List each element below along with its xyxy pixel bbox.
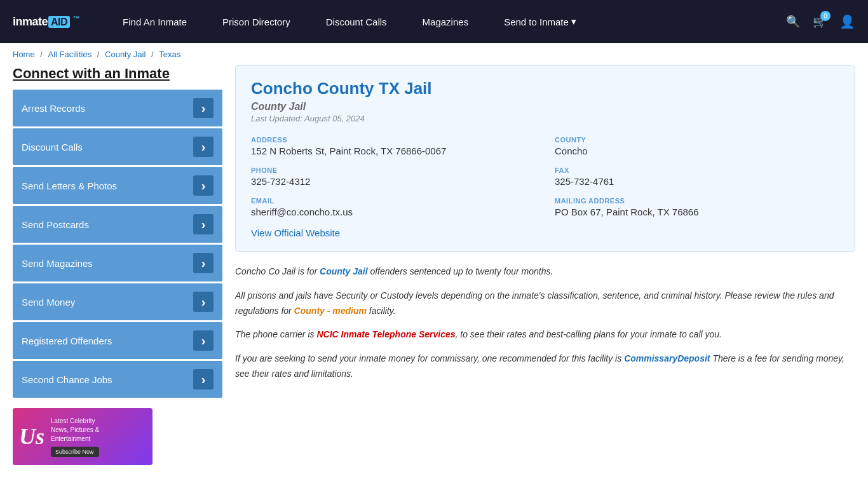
- sidebar-item-second-chance-jobs[interactable]: Second Chance Jobs ›: [13, 361, 222, 398]
- desc-para-1: Concho Co Jail is for County Jail offend…: [235, 264, 855, 280]
- arrow-icon: ›: [193, 175, 214, 196]
- arrow-icon: ›: [193, 292, 214, 312]
- arrow-icon: ›: [193, 214, 214, 234]
- desc-para-2: All prisons and jails have Security or C…: [235, 288, 855, 319]
- ad-description: Latest CelebrityNews, Pictures &Entertai…: [51, 417, 99, 444]
- facility-name: Concho County TX Jail: [251, 79, 839, 98]
- cart-button[interactable]: 🛒 0: [813, 15, 827, 29]
- email-label: EMAIL: [251, 197, 536, 205]
- breadcrumb-home[interactable]: Home: [13, 50, 35, 59]
- phone-value: 325-732-4312: [251, 176, 536, 187]
- county-value: Concho: [555, 146, 839, 156]
- sidebar-item-registered-offenders[interactable]: Registered Offenders ›: [13, 322, 222, 359]
- search-button[interactable]: 🔍: [786, 15, 800, 29]
- facility-card: Concho County TX Jail County Jail Last U…: [235, 65, 855, 252]
- main-layout: Connect with an Inmate Arrest Records › …: [0, 65, 868, 478]
- phone-block: PHONE 325-732-4312: [251, 166, 536, 187]
- breadcrumb: Home / All Facilities / County Jail / Te…: [0, 43, 868, 65]
- sidebar-item-label: Discount Calls: [22, 142, 83, 152]
- cart-badge: 0: [820, 11, 831, 21]
- sidebar-item-send-magazines[interactable]: Send Magazines ›: [13, 245, 222, 281]
- view-website-link[interactable]: View Official Website: [251, 227, 340, 238]
- navbar: inmateAID ™ Find An Inmate Prison Direct…: [0, 0, 868, 43]
- desc-para-3-post: , to see their rates and best-calling pl…: [456, 329, 722, 339]
- nav-find-inmate[interactable]: Find An Inmate: [105, 0, 205, 43]
- ad-logo: Us: [19, 425, 44, 448]
- mailing-block: MAILING ADDRESS PO Box 67, Paint Rock, T…: [555, 197, 839, 217]
- nav-discount-calls[interactable]: Discount Calls: [308, 0, 405, 43]
- sidebar: Connect with an Inmate Arrest Records › …: [13, 65, 222, 465]
- sidebar-title: Connect with an Inmate: [13, 65, 222, 82]
- sidebar-item-label: Send Letters & Photos: [22, 180, 117, 191]
- breadcrumb-all-facilities[interactable]: All Facilities: [48, 50, 92, 59]
- arrow-icon: ›: [193, 253, 214, 273]
- ad-text-block: Latest CelebrityNews, Pictures &Entertai…: [51, 417, 99, 457]
- email-block: EMAIL sheriff@co.concho.tx.us: [251, 197, 536, 217]
- desc-para-1-pre: Concho Co Jail is for: [235, 266, 320, 276]
- mailing-label: MAILING ADDRESS: [555, 197, 839, 205]
- nav-send-to-inmate[interactable]: Send to Inmate ▾: [486, 0, 594, 43]
- desc-para-1-post: offenders sentenced up to twenty four mo…: [368, 266, 553, 276]
- ncic-link[interactable]: NCIC Inmate Telephone Services: [316, 329, 455, 339]
- breadcrumb-county-jail[interactable]: County Jail: [105, 50, 146, 59]
- facility-grid: ADDRESS 152 N Roberts St, Paint Rock, TX…: [251, 136, 839, 217]
- fax-label: FAX: [555, 166, 839, 174]
- description: Concho Co Jail is for County Jail offend…: [235, 264, 855, 382]
- desc-para-3: The phone carrier is NCIC Inmate Telepho…: [235, 327, 855, 342]
- desc-para-3-pre: The phone carrier is: [235, 329, 316, 339]
- facility-last-updated: Last Updated: August 05, 2024: [251, 114, 839, 123]
- sidebar-item-label: Arrest Records: [22, 103, 85, 114]
- sidebar-menu: Arrest Records › Discount Calls › Send L…: [13, 90, 222, 398]
- sidebar-item-arrest-records[interactable]: Arrest Records ›: [13, 90, 222, 126]
- arrow-icon: ›: [193, 98, 214, 118]
- address-block: ADDRESS 152 N Roberts St, Paint Rock, TX…: [251, 136, 536, 156]
- sidebar-item-send-money[interactable]: Send Money ›: [13, 283, 222, 320]
- commissary-link[interactable]: CommissaryDeposit: [624, 353, 710, 363]
- arrow-icon: ›: [193, 330, 214, 351]
- phone-label: PHONE: [251, 166, 536, 174]
- nav-magazines[interactable]: Magazines: [405, 0, 487, 43]
- facility-type: County Jail: [251, 101, 839, 112]
- ad-subscribe-button[interactable]: Subscribe Now: [51, 447, 99, 457]
- sidebar-item-send-postcards[interactable]: Send Postcards ›: [13, 206, 222, 243]
- sidebar-item-label: Registered Offenders: [22, 336, 112, 346]
- breadcrumb-state[interactable]: Texas: [159, 50, 180, 59]
- sidebar-item-discount-calls[interactable]: Discount Calls ›: [13, 128, 222, 165]
- address-value: 152 N Roberts St, Paint Rock, TX 76866-0…: [251, 146, 536, 156]
- county-jail-link-1[interactable]: County Jail: [320, 266, 367, 276]
- nav-icons: 🔍 🛒 0 👤: [786, 14, 855, 29]
- arrow-icon: ›: [193, 137, 214, 157]
- nav-links: Find An Inmate Prison Directory Discount…: [105, 0, 786, 43]
- email-value: sheriff@co.concho.tx.us: [251, 207, 536, 217]
- arrow-icon: ›: [193, 369, 214, 390]
- nav-prison-directory[interactable]: Prison Directory: [205, 0, 308, 43]
- sidebar-item-label: Send Postcards: [22, 219, 89, 230]
- breadcrumb-sep-3: /: [151, 50, 156, 59]
- sidebar-item-label: Send Money: [22, 297, 75, 308]
- address-label: ADDRESS: [251, 136, 536, 144]
- dropdown-arrow-icon: ▾: [571, 16, 576, 27]
- breadcrumb-sep-2: /: [97, 50, 102, 59]
- ad-banner[interactable]: Us Latest CelebrityNews, Pictures &Enter…: [13, 408, 153, 465]
- sidebar-item-send-letters[interactable]: Send Letters & Photos ›: [13, 167, 222, 204]
- content: Concho County TX Jail County Jail Last U…: [235, 65, 855, 465]
- sidebar-item-label: Send Magazines: [22, 258, 93, 269]
- logo[interactable]: inmateAID ™: [13, 15, 79, 29]
- desc-para-2-post: facility.: [367, 306, 396, 316]
- desc-para-4-pre: If you are seeking to send your inmate m…: [235, 353, 624, 363]
- mailing-value: PO Box 67, Paint Rock, TX 76866: [555, 207, 839, 217]
- fax-block: FAX 325-732-4761: [555, 166, 839, 187]
- breadcrumb-sep-1: /: [40, 50, 44, 59]
- county-label: COUNTY: [555, 136, 839, 144]
- account-button[interactable]: 👤: [839, 14, 855, 29]
- fax-value: 325-732-4761: [555, 176, 839, 187]
- county-medium-link[interactable]: County - medium: [294, 306, 367, 316]
- county-block: COUNTY Concho: [555, 136, 839, 156]
- desc-para-4: If you are seeking to send your inmate m…: [235, 351, 855, 382]
- sidebar-item-label: Second Chance Jobs: [22, 374, 112, 385]
